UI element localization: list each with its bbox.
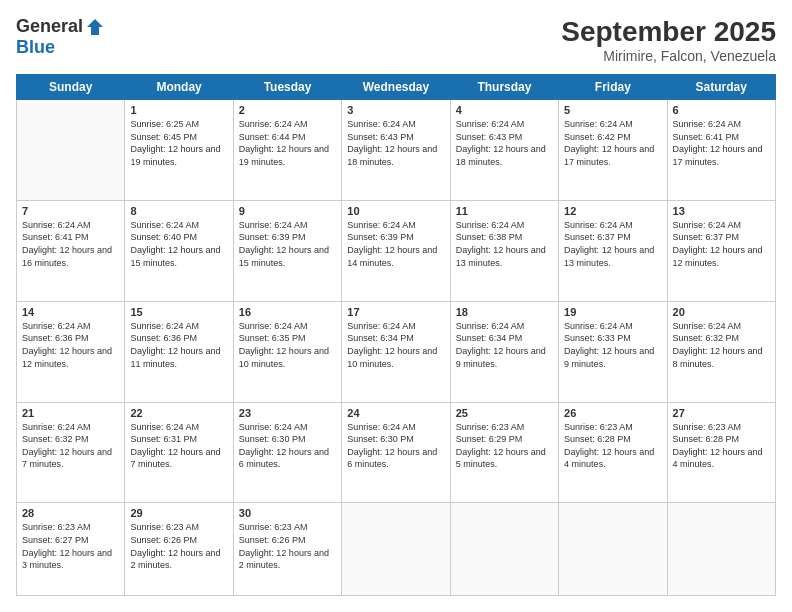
table-row — [559, 503, 667, 596]
logo-blue-text: Blue — [16, 37, 55, 58]
table-row: 13 Sunrise: 6:24 AMSunset: 6:37 PMDaylig… — [667, 200, 775, 301]
table-row: 15 Sunrise: 6:24 AMSunset: 6:36 PMDaylig… — [125, 301, 233, 402]
svg-marker-0 — [87, 19, 103, 35]
table-row: 12 Sunrise: 6:24 AMSunset: 6:37 PMDaylig… — [559, 200, 667, 301]
header: General Blue September 2025 Mirimire, Fa… — [16, 16, 776, 64]
table-row: 9 Sunrise: 6:24 AMSunset: 6:39 PMDayligh… — [233, 200, 341, 301]
table-row: 30 Sunrise: 6:23 AMSunset: 6:26 PMDaylig… — [233, 503, 341, 596]
table-row: 5 Sunrise: 6:24 AMSunset: 6:42 PMDayligh… — [559, 100, 667, 201]
table-row: 6 Sunrise: 6:24 AMSunset: 6:41 PMDayligh… — [667, 100, 775, 201]
table-row: 10 Sunrise: 6:24 AMSunset: 6:39 PMDaylig… — [342, 200, 450, 301]
table-row: 28 Sunrise: 6:23 AMSunset: 6:27 PMDaylig… — [17, 503, 125, 596]
table-row: 14 Sunrise: 6:24 AMSunset: 6:36 PMDaylig… — [17, 301, 125, 402]
table-row: 20 Sunrise: 6:24 AMSunset: 6:32 PMDaylig… — [667, 301, 775, 402]
table-row: 27 Sunrise: 6:23 AMSunset: 6:28 PMDaylig… — [667, 402, 775, 503]
location-subtitle: Mirimire, Falcon, Venezuela — [561, 48, 776, 64]
col-sunday: Sunday — [17, 75, 125, 100]
calendar-table: Sunday Monday Tuesday Wednesday Thursday… — [16, 74, 776, 596]
col-thursday: Thursday — [450, 75, 558, 100]
table-row: 29 Sunrise: 6:23 AMSunset: 6:26 PMDaylig… — [125, 503, 233, 596]
table-row — [17, 100, 125, 201]
logo-general-text: General — [16, 16, 83, 37]
table-row: 4 Sunrise: 6:24 AMSunset: 6:43 PMDayligh… — [450, 100, 558, 201]
month-title: September 2025 — [561, 16, 776, 48]
calendar-header-row: Sunday Monday Tuesday Wednesday Thursday… — [17, 75, 776, 100]
col-friday: Friday — [559, 75, 667, 100]
table-row: 17 Sunrise: 6:24 AMSunset: 6:34 PMDaylig… — [342, 301, 450, 402]
table-row: 24 Sunrise: 6:24 AMSunset: 6:30 PMDaylig… — [342, 402, 450, 503]
table-row: 25 Sunrise: 6:23 AMSunset: 6:29 PMDaylig… — [450, 402, 558, 503]
table-row: 2 Sunrise: 6:24 AMSunset: 6:44 PMDayligh… — [233, 100, 341, 201]
page: General Blue September 2025 Mirimire, Fa… — [0, 0, 792, 612]
table-row: 22 Sunrise: 6:24 AMSunset: 6:31 PMDaylig… — [125, 402, 233, 503]
table-row — [667, 503, 775, 596]
col-saturday: Saturday — [667, 75, 775, 100]
table-row — [342, 503, 450, 596]
title-block: September 2025 Mirimire, Falcon, Venezue… — [561, 16, 776, 64]
col-monday: Monday — [125, 75, 233, 100]
table-row: 16 Sunrise: 6:24 AMSunset: 6:35 PMDaylig… — [233, 301, 341, 402]
table-row: 1 Sunrise: 6:25 AMSunset: 6:45 PMDayligh… — [125, 100, 233, 201]
table-row: 23 Sunrise: 6:24 AMSunset: 6:30 PMDaylig… — [233, 402, 341, 503]
table-row: 8 Sunrise: 6:24 AMSunset: 6:40 PMDayligh… — [125, 200, 233, 301]
table-row — [450, 503, 558, 596]
table-row: 7 Sunrise: 6:24 AMSunset: 6:41 PMDayligh… — [17, 200, 125, 301]
table-row: 26 Sunrise: 6:23 AMSunset: 6:28 PMDaylig… — [559, 402, 667, 503]
table-row: 21 Sunrise: 6:24 AMSunset: 6:32 PMDaylig… — [17, 402, 125, 503]
table-row: 18 Sunrise: 6:24 AMSunset: 6:34 PMDaylig… — [450, 301, 558, 402]
col-wednesday: Wednesday — [342, 75, 450, 100]
table-row: 3 Sunrise: 6:24 AMSunset: 6:43 PMDayligh… — [342, 100, 450, 201]
table-row: 11 Sunrise: 6:24 AMSunset: 6:38 PMDaylig… — [450, 200, 558, 301]
logo-icon — [85, 17, 105, 37]
col-tuesday: Tuesday — [233, 75, 341, 100]
table-row: 19 Sunrise: 6:24 AMSunset: 6:33 PMDaylig… — [559, 301, 667, 402]
logo: General Blue — [16, 16, 105, 58]
